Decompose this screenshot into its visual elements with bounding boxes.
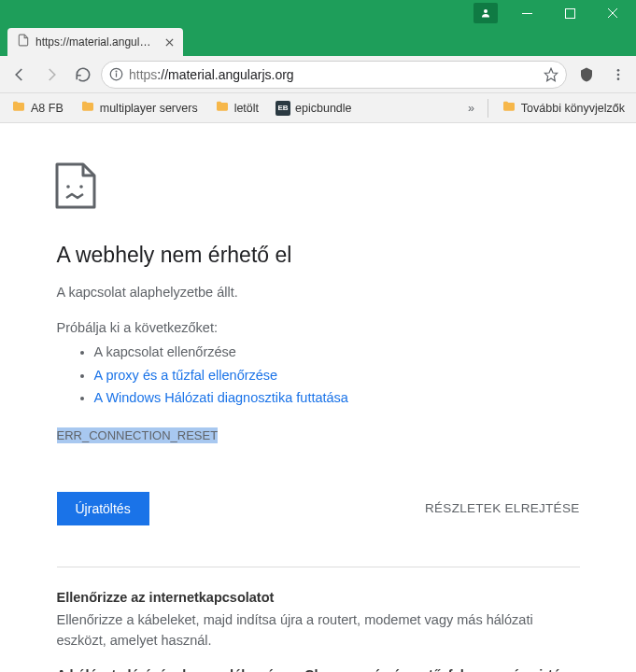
detail-heading: Ellenőrizze az internetkapcsolatot xyxy=(57,590,580,605)
suggestion-item: A Windows Hálózati diagnosztika futtatás… xyxy=(94,386,580,410)
toggle-details-button[interactable]: RÉSZLETEK ELREJTÉSE xyxy=(425,501,580,515)
svg-point-12 xyxy=(617,73,620,76)
suggestion-item: A kapcsolat ellenőrzése xyxy=(94,341,580,364)
page-viewport[interactable]: A webhely nem érhető el A kapcsolat alap… xyxy=(0,123,636,672)
bookmarks-bar: A8 FB multiplayer servers letölt EB epic… xyxy=(0,93,636,123)
window-maximize-button[interactable] xyxy=(548,0,591,26)
bookmark-folder[interactable]: A8 FB xyxy=(7,96,67,119)
folder-icon xyxy=(11,99,26,117)
reload-button[interactable] xyxy=(69,61,97,89)
svg-point-11 xyxy=(617,69,620,72)
svg-marker-10 xyxy=(544,68,557,80)
separator xyxy=(488,99,488,118)
browser-menu-button[interactable] xyxy=(606,63,630,87)
browser-toolbar: https://material.angularjs.org xyxy=(0,56,636,93)
suggestions-intro: Próbálja ki a következőket: xyxy=(57,320,580,335)
suggestion-link[interactable]: A Windows Hálózati diagnosztika futtatás… xyxy=(94,390,348,405)
tab-title: https://material.angularjs xyxy=(35,35,157,49)
reload-page-button[interactable]: Újratöltés xyxy=(57,492,149,525)
sad-page-icon xyxy=(53,161,580,215)
bookmark-star-icon[interactable] xyxy=(544,67,558,82)
address-bar[interactable]: https://material.angularjs.org xyxy=(101,61,567,89)
svg-point-15 xyxy=(79,185,83,189)
folder-icon xyxy=(502,99,516,117)
extension-ublock-icon[interactable] xyxy=(574,63,599,87)
tab-strip: https://material.angularjs xyxy=(0,26,636,56)
svg-point-0 xyxy=(484,9,488,13)
folder-icon xyxy=(215,99,230,117)
other-bookmarks-folder[interactable]: További könyvjelzők xyxy=(498,96,629,119)
suggestions-list: A kapcsolat ellenőrzése A proxy és a tűz… xyxy=(57,341,580,410)
bookmark-label: letölt xyxy=(234,102,259,115)
error-heading: A webhely nem érhető el xyxy=(57,243,580,268)
page-icon xyxy=(17,34,30,50)
svg-point-14 xyxy=(66,185,70,189)
tab-close-button[interactable] xyxy=(163,35,176,49)
svg-point-9 xyxy=(116,71,117,72)
window-titlebar xyxy=(0,0,636,26)
suggestion-item: A proxy és a tűzfal ellenőrzése xyxy=(94,364,580,387)
svg-point-13 xyxy=(617,77,620,80)
browser-tab[interactable]: https://material.angularjs xyxy=(7,28,183,56)
back-button[interactable] xyxy=(6,61,34,89)
bookmark-label: multiplayer servers xyxy=(100,102,198,115)
site-info-icon[interactable] xyxy=(109,67,123,81)
error-page: A webhely nem érhető el A kapcsolat alap… xyxy=(38,123,599,672)
bookmark-link[interactable]: EB epicbundle xyxy=(272,98,355,119)
bookmark-folder[interactable]: letölt xyxy=(211,96,262,119)
detail-heading: A hálózat elérésének engedélyezése a Chr… xyxy=(57,667,580,672)
error-code: ERR_CONNECTION_RESET xyxy=(57,427,219,443)
svg-rect-2 xyxy=(565,8,574,18)
error-subtitle: A kapcsolat alaphelyzetbe állt. xyxy=(57,285,580,300)
suggestion-link[interactable]: A proxy és a tűzfal ellenőrzése xyxy=(94,368,278,383)
folder-icon xyxy=(80,99,95,117)
window-minimize-button[interactable] xyxy=(505,0,548,26)
detail-text: Ellenőrizze a kábeleket, majd indítsa új… xyxy=(57,610,580,651)
bookmark-label: epicbundle xyxy=(295,102,351,115)
profile-button[interactable] xyxy=(473,3,498,23)
forward-button[interactable] xyxy=(37,61,65,89)
divider xyxy=(57,567,580,567)
favicon-icon: EB xyxy=(276,101,290,116)
url-text: https://material.angularjs.org xyxy=(129,67,538,82)
bookmark-folder[interactable]: multiplayer servers xyxy=(77,96,202,119)
bookmarks-overflow-button[interactable]: » xyxy=(464,102,478,115)
bookmark-label: A8 FB xyxy=(31,102,64,115)
bookmark-label: További könyvjelzők xyxy=(521,102,625,115)
window-close-button[interactable] xyxy=(591,0,634,26)
